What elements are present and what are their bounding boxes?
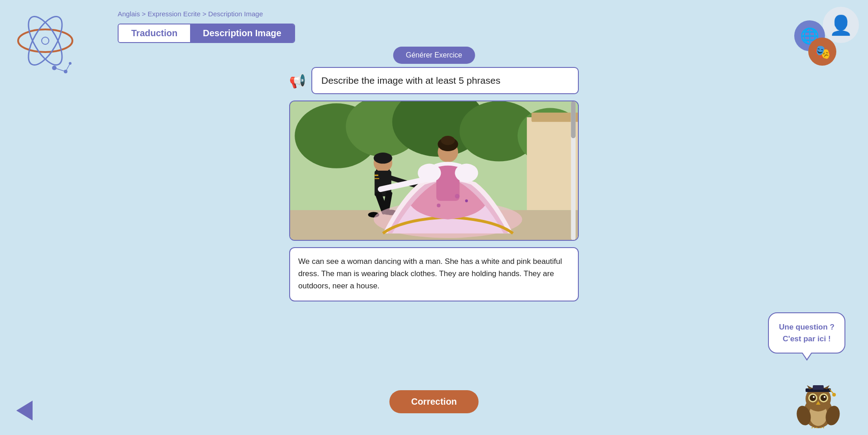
- svg-point-38: [437, 204, 440, 207]
- svg-point-28: [374, 153, 392, 164]
- user-avatar[interactable]: 👤: [823, 7, 859, 43]
- instruction-box: Describe the image with at least 5 phras…: [311, 67, 579, 94]
- svg-rect-46: [813, 385, 824, 390]
- dance-image: [290, 101, 578, 240]
- student-answer-textarea[interactable]: [289, 247, 579, 301]
- svg-point-0: [18, 29, 72, 52]
- generate-button[interactable]: Générer Exercice: [393, 47, 475, 64]
- svg-point-48: [832, 393, 836, 397]
- svg-line-62: [816, 427, 817, 428]
- svg-rect-15: [527, 117, 578, 210]
- theater-icon[interactable]: 🎭: [808, 38, 836, 66]
- svg-point-36: [441, 136, 455, 145]
- breadcrumb: Anglais > Expression Ecrite > Descriptio…: [118, 10, 263, 18]
- svg-point-51: [810, 395, 816, 401]
- svg-point-52: [820, 395, 827, 401]
- tabs-container: Traduction Description Image: [118, 24, 295, 43]
- svg-point-37: [455, 194, 459, 198]
- image-display-box: [289, 100, 579, 241]
- tab-traduction[interactable]: Traduction: [119, 24, 190, 42]
- svg-line-7: [54, 68, 66, 72]
- svg-line-8: [66, 63, 70, 72]
- owl-mascot: [796, 383, 841, 428]
- svg-point-54: [824, 396, 825, 398]
- back-button[interactable]: [14, 400, 35, 421]
- svg-line-60: [811, 427, 813, 428]
- instruction-row: 📢 Describe the image with at least 5 phr…: [289, 67, 579, 94]
- help-line2: C'est par ici !: [779, 333, 835, 345]
- svg-point-3: [42, 37, 49, 44]
- svg-rect-41: [571, 101, 576, 138]
- main-content: 📢 Describe the image with at least 5 phr…: [289, 67, 579, 301]
- back-arrow-icon: [16, 401, 33, 421]
- help-bubble[interactable]: Une question ? C'est par ici !: [768, 312, 845, 354]
- help-line1: Une question ?: [779, 321, 835, 333]
- svg-point-39: [465, 200, 468, 202]
- speaker-icon[interactable]: 📢: [289, 73, 306, 89]
- tab-description-image[interactable]: Description Image: [190, 24, 294, 42]
- correction-button[interactable]: Correction: [389, 390, 478, 413]
- logo: [9, 5, 81, 77]
- svg-point-53: [813, 396, 815, 398]
